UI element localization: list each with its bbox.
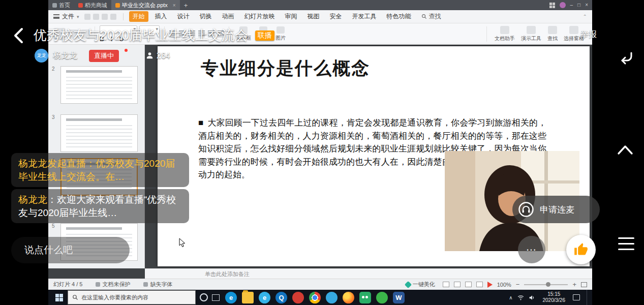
presentation-tools-button[interactable]: 演示工具 (518, 26, 544, 42)
close-window-button[interactable]: × (585, 0, 588, 10)
android-recent-icon[interactable] (618, 237, 634, 250)
taskbar-search-input[interactable]: 在这里输入你要搜索的内容 (68, 290, 196, 304)
ppt-file-icon (115, 3, 120, 8)
file-menu[interactable]: 文件 ▾ (53, 12, 79, 21)
live-status-badge: 直播中 (89, 50, 119, 62)
start-button[interactable] (50, 290, 68, 305)
protection-status: 文档未保护 (96, 281, 130, 288)
android-home-icon[interactable] (616, 141, 634, 159)
wechat-icon[interactable] (359, 292, 371, 303)
word-icon[interactable]: W (393, 292, 405, 303)
tim-icon[interactable] (326, 292, 338, 303)
livestream-screen: 首页 稻壳商城 毕业生交流会.pptx × + – □ × (0, 0, 644, 305)
close-tab-icon[interactable]: × (173, 3, 176, 8)
cortana-icon[interactable] (200, 293, 208, 301)
wps-statusbar: 幻灯片 4 / 5 文档未保护 缺失字体 一键美化 100% (48, 279, 592, 290)
ribbon-tab-special[interactable]: 特色功能 (383, 11, 415, 22)
menu-icon (53, 14, 59, 19)
qq-icon[interactable]: Q (275, 292, 287, 303)
notes-bar[interactable]: 单击此处添加备注 (145, 268, 592, 279)
android-back-icon[interactable] (617, 51, 634, 68)
ribbon-tab-design[interactable]: 设计 (174, 11, 193, 22)
ribbon-tab-home[interactable]: 开始 (129, 11, 148, 22)
slide-thumbnail-3[interactable] (60, 114, 138, 152)
tab-docer-mall[interactable]: 稻壳商城 (74, 0, 111, 10)
zoom-slider[interactable] (524, 284, 568, 285)
viewer-icon (145, 51, 154, 60)
zoom-out-button[interactable]: − (516, 281, 520, 288)
netease-music-icon[interactable] (292, 292, 304, 303)
firefox-icon[interactable] (343, 292, 354, 303)
ribbon-tab-insert[interactable]: 插入 (151, 11, 171, 22)
ribbon-tab-view[interactable]: 视图 (304, 11, 323, 22)
slide-indicator: 幻灯片 4 / 5 (53, 281, 82, 288)
stream-title: 优秀校友与2020届毕业生线上交流会 (34, 26, 248, 44)
tray-expand-icon[interactable]: ∧ (509, 295, 512, 300)
search-icon (421, 14, 427, 19)
show-desktop-strip[interactable] (587, 290, 588, 305)
taskbar-clock[interactable]: 15:15 2020/3/26 (543, 291, 566, 304)
chevron-left-icon (13, 27, 23, 44)
docer-icon (78, 3, 83, 8)
print-icon[interactable] (93, 14, 99, 20)
reading-view-icon[interactable] (465, 282, 472, 287)
tab-home[interactable]: 首页 (48, 0, 74, 10)
file-explorer-icon[interactable] (242, 292, 254, 303)
zoom-slider-knob[interactable] (546, 282, 550, 287)
ribbon-tab-transition[interactable]: 切换 (196, 11, 216, 22)
chat-message: 杨龙龙：欢迎大家来观看直播“优秀校友与2020届毕业生线… (11, 189, 189, 223)
action-center-icon[interactable] (573, 294, 580, 300)
undo-icon[interactable] (102, 14, 108, 20)
tab-presentation-doc[interactable]: 毕业生交流会.pptx × (111, 0, 180, 10)
account-avatar[interactable] (560, 2, 566, 8)
volume-icon[interactable] (529, 295, 535, 300)
microsoft-edge-icon[interactable]: e (225, 292, 237, 303)
task-view-icon[interactable] (212, 294, 220, 301)
report-button[interactable]: 举报 (580, 29, 597, 40)
picture-button[interactable]: 图片 (273, 26, 288, 42)
360-browser-icon[interactable] (376, 292, 388, 303)
like-button[interactable] (566, 235, 596, 264)
fit-slide-icon[interactable] (581, 282, 587, 287)
find-button[interactable]: 查找 (421, 12, 441, 21)
play-slideshow-button[interactable] (487, 282, 493, 288)
ribbon-tab-security[interactable]: 安全 (326, 11, 346, 22)
picture-icon (277, 26, 285, 34)
maximize-button[interactable]: □ (577, 0, 580, 10)
chrome-icon[interactable] (309, 292, 321, 303)
chat-message: 杨龙龙发起直播：优秀校友与2020届毕业生线上交流会。在… (11, 153, 189, 187)
co-stream-badge: 联播 (255, 30, 274, 41)
mic-request-button[interactable]: 申请连麦 (512, 196, 600, 223)
minimize-button[interactable]: – (570, 0, 573, 10)
ribbon-tab-animation[interactable]: 动画 (219, 11, 238, 22)
fullscreen-view-icon[interactable] (476, 282, 483, 287)
save-icon[interactable] (84, 14, 90, 20)
redo-icon[interactable] (110, 14, 116, 20)
ribbon-collapse-icon[interactable]: ⌃ (583, 14, 587, 19)
slide-number: 2 (52, 66, 55, 72)
search-icon (72, 294, 78, 300)
more-options-button[interactable]: ⋯ (518, 236, 545, 263)
font-warning-icon (143, 282, 148, 287)
apps-grid-icon[interactable] (549, 3, 555, 8)
back-button[interactable] (13, 27, 26, 44)
zoom-in-button[interactable]: + (572, 281, 576, 288)
ribbon-tab-slideshow[interactable]: 幻灯片放映 (241, 11, 279, 22)
ribbon-tab-review[interactable]: 审阅 (282, 11, 301, 22)
slide-thumbnail-2[interactable] (60, 66, 138, 104)
new-tab-button[interactable]: + (180, 2, 192, 9)
slide-number: 3 (52, 114, 55, 120)
streamer-avatar[interactable]: 龙龙 (35, 49, 48, 63)
beautify-button[interactable]: 一键美化 (406, 281, 435, 288)
slide-sorter-icon[interactable] (454, 282, 461, 287)
doc-assistant-button[interactable]: 文档助手 (492, 26, 518, 42)
normal-view-icon[interactable] (443, 282, 449, 287)
internet-explorer-icon[interactable]: e (259, 292, 270, 303)
ribbon-tab-devtools[interactable]: 开发工具 (349, 11, 380, 22)
find-tool-button[interactable]: 查找 (544, 26, 561, 42)
selection-pane-icon (569, 26, 578, 34)
chat-input[interactable]: 说点什么吧 (11, 237, 130, 263)
wifi-icon[interactable] (517, 295, 524, 300)
zoom-level[interactable]: 100% (497, 282, 511, 288)
streamer-info: 龙龙 杨龙龙 直播中 264 (35, 49, 170, 63)
